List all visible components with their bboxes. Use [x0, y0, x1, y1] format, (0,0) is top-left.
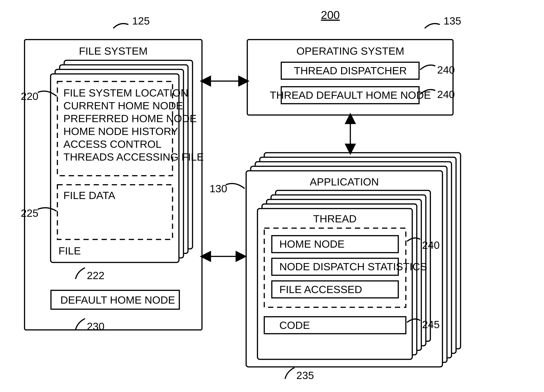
thread-item-1: NODE DISPATCH STATISTICS — [279, 261, 427, 272]
figure-ref: 200 — [321, 9, 340, 21]
meta-line-2: PREFERRED HOME NODE — [63, 113, 197, 124]
file-system-title: FILE SYSTEM — [79, 45, 148, 57]
operating-system-box: OPERATING SYSTEM 135 THREAD DISPATCHER 2… — [247, 15, 461, 115]
thread-box: THREAD HOME NODE NODE DISPATCH STATISTIC… — [257, 190, 440, 381]
meta-line-1: CURRENT HOME NODE — [63, 100, 183, 112]
application-ref: 130 — [209, 183, 227, 195]
thread-item-2: FILE ACCESSED — [279, 283, 362, 295]
os-title: OPERATING SYSTEM — [296, 45, 404, 57]
meta-line-5: THREADS ACCESSING FILE — [63, 151, 204, 163]
file-data-ref: 225 — [21, 207, 38, 219]
file-system-box: FILE SYSTEM 125 FILE 222 FILE SYSTEM LOC… — [21, 15, 204, 332]
thread-dispatcher-label: THREAD DISPATCHER — [294, 65, 407, 76]
application-box: APPLICATION 130 THREAD HOME NODE NODE DI… — [209, 153, 461, 381]
diagram-root: 200 FILE SYSTEM 125 FILE 222 FILE SYSTEM… — [0, 0, 544, 392]
thread-title: THREAD — [313, 213, 356, 225]
file-data-label: FILE DATA — [63, 189, 115, 201]
meta-line-3: HOME NODE HISTORY — [63, 125, 178, 137]
os-ref: 135 — [443, 15, 461, 27]
meta-line-4: ACCESS CONTROL — [63, 138, 161, 150]
application-title: APPLICATION — [310, 176, 379, 188]
default-home-node-ref: 230 — [87, 320, 104, 332]
thread-ref: 235 — [296, 369, 314, 381]
meta-ref: 220 — [21, 90, 38, 102]
code-label: CODE — [279, 319, 310, 331]
file-ref: 222 — [87, 270, 104, 281]
thread-default-hn-ref: 240 — [437, 88, 455, 100]
thread-item-0: HOME NODE — [279, 238, 344, 250]
file-system-ref: 125 — [132, 15, 150, 27]
file-label: FILE — [59, 245, 81, 257]
code-ref: 245 — [422, 318, 440, 330]
thread-default-hn-label: THREAD DEFAULT HOME NODE — [270, 89, 431, 101]
default-home-node-label: DEFAULT HOME NODE — [60, 294, 175, 306]
thread-dashed-ref: 240 — [422, 239, 440, 251]
meta-line-0: FILE SYSTEM LOCATION — [63, 87, 188, 99]
thread-dispatcher-ref: 240 — [437, 64, 455, 76]
